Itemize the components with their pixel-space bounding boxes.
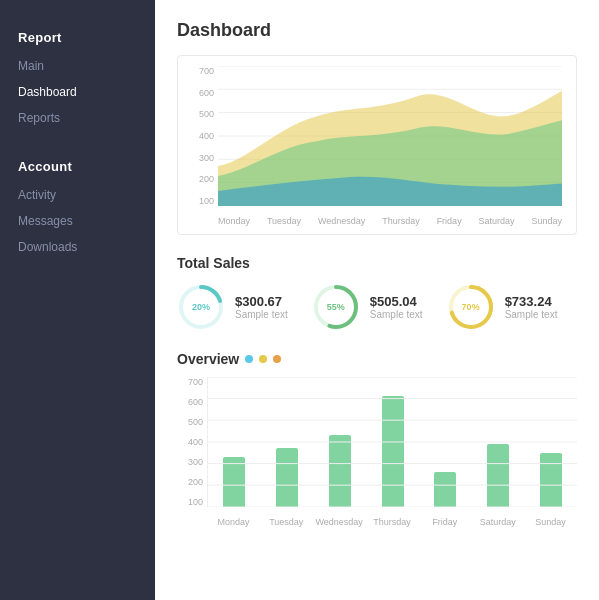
bar-x-labels: Monday Tuesday Wednesday Thursday Friday… [207,517,577,527]
bar-col-thursday [366,377,419,507]
sales-amount-3: $733.24 [505,294,558,309]
bar-col-sunday [524,377,577,507]
circle-progress-3: 70% [447,283,495,331]
sidebar-account-title: Account [0,149,155,182]
sales-info-1: $300.67 Sample text [235,294,288,320]
sidebar-item-downloads[interactable]: Downloads [0,234,155,260]
bar-thursday [382,396,404,507]
bar-y-200: 200 [188,477,203,487]
circle-progress-2: 55% [312,283,360,331]
sidebar: Report Main Dashboard Reports Account Ac… [0,0,155,600]
bar-tuesday [276,448,298,507]
bar-y-600: 600 [188,397,203,407]
circle-percent-2: 55% [327,302,345,312]
bar-monday [223,457,245,507]
sales-info-3: $733.24 Sample text [505,294,558,320]
bar-y-500: 500 [188,417,203,427]
page-title: Dashboard [177,20,577,41]
area-chart-x-labels: Monday Tuesday Wednesday Thursday Friday… [218,216,562,226]
x-label-monday: Monday [218,216,250,226]
bar-y-300: 300 [188,457,203,467]
bar-chart-area [207,377,577,507]
sales-item-2: 55% $505.04 Sample text [312,283,423,331]
x-label-thursday: Thursday [382,216,420,226]
x-label-wednesday: Wednesday [318,216,365,226]
overview-dot-2 [259,355,267,363]
area-chart: 700 600 500 400 300 200 100 [188,66,562,226]
bar-x-wednesday: Wednesday [313,517,366,527]
bar-sunday [540,453,562,507]
main-content: Dashboard 700 600 500 400 300 200 100 [155,0,599,600]
y-label-700: 700 [199,66,214,76]
area-chart-plot [218,66,562,206]
sidebar-report-title: Report [0,20,155,53]
bar-y-labels: 700 600 500 400 300 200 100 [177,377,207,507]
bar-wednesday [329,435,351,507]
bar-col-saturday [472,377,525,507]
sidebar-item-dashboard[interactable]: Dashboard [0,79,155,105]
circle-percent-1: 20% [192,302,210,312]
sales-amount-2: $505.04 [370,294,423,309]
bar-x-thursday: Thursday [366,517,419,527]
x-label-tuesday: Tuesday [267,216,301,226]
overview-dot-3 [273,355,281,363]
total-sales-row: 20% $300.67 Sample text 55% $505.04 Samp… [177,283,577,331]
overview-title: Overview [177,351,239,367]
bar-x-tuesday: Tuesday [260,517,313,527]
circle-progress-1: 20% [177,283,225,331]
sidebar-item-main[interactable]: Main [0,53,155,79]
area-chart-y-labels: 700 600 500 400 300 200 100 [188,66,218,206]
sales-sample-3: Sample text [505,309,558,320]
bar-chart-container: 700 600 500 400 300 200 100 [177,377,577,527]
bar-y-400: 400 [188,437,203,447]
bar-x-sunday: Sunday [524,517,577,527]
y-label-100: 100 [199,196,214,206]
bar-col-monday [208,377,261,507]
sales-info-2: $505.04 Sample text [370,294,423,320]
bar-x-friday: Friday [418,517,471,527]
bar-col-wednesday [313,377,366,507]
y-label-300: 300 [199,153,214,163]
y-label-600: 600 [199,88,214,98]
bar-x-monday: Monday [207,517,260,527]
bar-y-100: 100 [188,497,203,507]
sales-sample-2: Sample text [370,309,423,320]
sales-item-1: 20% $300.67 Sample text [177,283,288,331]
bar-friday [434,472,456,507]
bar-y-700: 700 [188,377,203,387]
y-label-200: 200 [199,174,214,184]
x-label-saturday: Saturday [479,216,515,226]
x-label-sunday: Sunday [531,216,562,226]
overview-dot-1 [245,355,253,363]
x-label-friday: Friday [437,216,462,226]
sidebar-item-reports[interactable]: Reports [0,105,155,131]
bar-saturday [487,444,509,507]
sidebar-item-messages[interactable]: Messages [0,208,155,234]
bar-col-friday [419,377,472,507]
bar-x-saturday: Saturday [471,517,524,527]
sales-item-3: 70% $733.24 Sample text [447,283,558,331]
circle-percent-3: 70% [462,302,480,312]
sidebar-item-activity[interactable]: Activity [0,182,155,208]
y-label-500: 500 [199,109,214,119]
total-sales-title: Total Sales [177,255,577,271]
area-chart-container: 700 600 500 400 300 200 100 [177,55,577,235]
y-label-400: 400 [199,131,214,141]
bar-col-tuesday [261,377,314,507]
sales-sample-1: Sample text [235,309,288,320]
sales-amount-1: $300.67 [235,294,288,309]
overview-header: Overview [177,351,577,367]
